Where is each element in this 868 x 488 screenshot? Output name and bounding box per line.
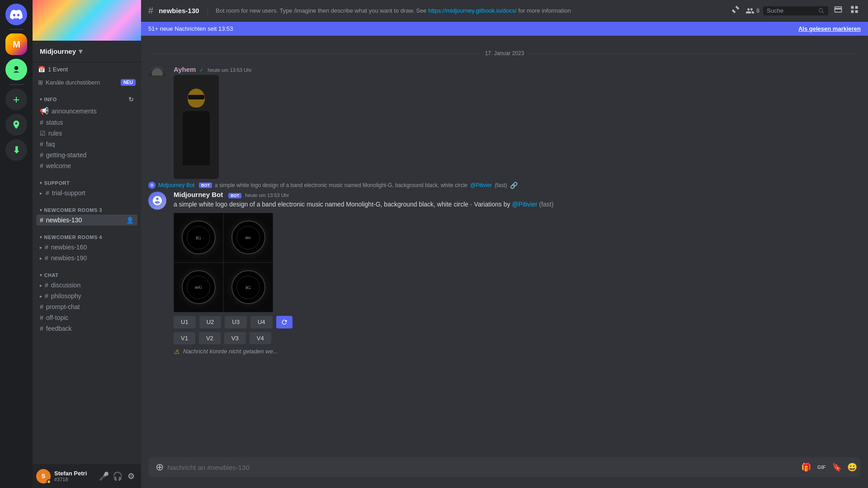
channel-newbies-130[interactable]: # newbies-130 👤 [36,215,137,225]
ayhem-name: Ayhem [174,66,196,73]
members-count: 8 [756,8,760,14]
hash-icon-discussion: # [45,282,48,289]
explore-server-icon[interactable] [5,114,27,136]
bot-badge: BOT [228,193,241,198]
bot-content: Midjourney Bot BOT heute um 13:53 Uhr a … [174,191,861,344]
add-file-btn[interactable]: ⊕ [156,461,164,473]
channel-announcements[interactable]: 📢 announcements [36,105,137,117]
server-bar: M + ⬇ [0,0,33,488]
section-label-newcomer3[interactable]: ▾ NEWCOMER ROOMS 3 [36,207,137,213]
collapse-arrow-support: ▾ [40,181,42,185]
add-server-icon[interactable]: + [5,89,27,110]
error-text: Nachricht konnte nicht geladen we... [183,348,278,355]
svg-rect-1 [851,6,854,9]
date-divider: 17. Januar 2023 [152,50,857,56]
u1-button[interactable]: U1 [174,316,196,328]
chevron-down-icon: ▾ [79,47,82,56]
bot-header: Midjourney Bot BOT heute um 13:53 Uhr [174,191,861,198]
ref-link-icon[interactable]: 🔗 [510,182,518,189]
section-label-chat[interactable]: ▾ CHAT [36,272,137,278]
hash-icon-feedback: # [40,325,43,332]
u3-button[interactable]: U3 [225,316,247,328]
green-server-icon[interactable] [5,59,27,80]
grid-cell-1: lG [174,213,223,263]
server-divider-2 [9,84,24,85]
sidebar: Midjourney ▾ 📅 1 Event ⊞ Kanäle durchstö… [33,0,141,488]
u2-button[interactable]: U2 [199,316,222,328]
channel-newbies-190[interactable]: ▸ # newbies-190 [36,253,137,263]
channel-name: newbies-130 [159,7,199,14]
hash-icon: # [40,119,43,126]
sticker-icon[interactable]: 🔖 [830,460,844,474]
section-label-newcomer4[interactable]: ▾ NEWCOMER ROOMS 4 [36,235,137,240]
ref-prompt: a simple white logo design of a band ele… [215,182,467,188]
chat-input[interactable] [167,459,796,476]
section-newcomer4: ▾ NEWCOMER ROOMS 4 ▸ # newbies-160 ▸ # n… [33,227,141,265]
add-person-icon: 👤 [126,216,134,224]
search-bar[interactable] [763,6,828,15]
pin-header-icon[interactable] [729,3,742,18]
server-item-green[interactable] [5,59,27,80]
generated-grid: lG mc [174,213,273,312]
bot-prompt-text: a simple white logo design of a band ele… [174,200,861,209]
ayhem-timestamp: heute um 13:53 Uhr [208,67,251,73]
inbox-icon[interactable] [832,3,844,18]
gift-icon[interactable]: 🎁 [799,460,813,474]
section-label-support[interactable]: ▾ SUPPORT [36,180,137,186]
channel-status[interactable]: # status [36,117,137,128]
mic-icon[interactable]: 🎤 [98,470,110,483]
section-info: ▾ INFO ↻ 📢 announcements # status ☑ rule… [33,89,141,173]
grid-cell-4: lG [223,263,273,312]
download-server-icon[interactable]: ⬇ [5,139,27,161]
server-item-midjourney[interactable]: M [5,33,27,55]
channel-philosophy[interactable]: ▸ # philosophy [36,291,137,301]
server-item-add[interactable]: + [5,89,27,110]
hash-icon-philosophy: # [45,292,48,300]
hash-icon-190: # [45,254,48,262]
docs-link[interactable]: https://midjourney.gitbook.io/docs/ [428,7,517,14]
hash-icon-prompt: # [40,303,43,310]
search-input[interactable] [767,7,816,14]
channel-discussion[interactable]: ▸ # discussion [36,280,137,291]
refresh-button[interactable] [276,316,292,328]
settings-icon[interactable]: ⚙ [125,470,137,483]
members-header[interactable]: 8 [745,6,760,15]
v3-button[interactable]: V3 [224,332,246,344]
warning-icon: ⚠ [174,348,179,355]
messages-area[interactable]: 17. Januar 2023 Ayhem ✓ heute um 13:53 U… [141,36,868,457]
chat-input-actions: 🎁 GIF 🔖 😀 [799,460,859,474]
v2-button[interactable]: V2 [199,332,221,344]
server-item-explore[interactable] [5,114,27,136]
layout-icon[interactable] [848,3,861,18]
gif-btn[interactable]: GIF [815,460,828,474]
v4-button[interactable]: V4 [250,332,271,344]
server-name[interactable]: Midjourney ▾ [40,47,82,56]
event-item[interactable]: 📅 1 Event [33,62,141,76]
ayhem-avatar [148,66,166,84]
channel-prompt-chat[interactable]: # prompt-chat [36,301,137,312]
server-item-discord-home[interactable] [5,4,27,25]
headphones-icon[interactable]: 🎧 [111,470,124,483]
server-item-download[interactable]: ⬇ [5,139,27,161]
browse-channels[interactable]: ⊞ Kanäle durchstöbern NEU [33,76,141,89]
channel-rules[interactable]: ☑ rules [36,128,137,139]
channel-getting-started[interactable]: # getting-started [36,150,137,160]
channel-off-topic[interactable]: # off-topic [36,312,137,323]
divider-line-right [529,53,857,54]
u4-button[interactable]: U4 [250,316,273,328]
channel-feedback[interactable]: # feedback [36,323,137,334]
mark-read-btn[interactable]: Als gelesen markieren [798,25,861,32]
midjourney-server-icon[interactable]: M [5,33,27,55]
discord-home-icon[interactable] [5,4,27,25]
bot-ref-avatar: ⚙ [148,182,156,189]
channel-trial-support[interactable]: ▸ # trial-support [36,188,137,198]
v1-button[interactable]: V1 [174,332,195,344]
channel-welcome[interactable]: # welcome [36,160,137,171]
main-content: # newbies-130 | Bot room for new users. … [141,0,868,488]
channel-newbies-160[interactable]: ▸ # newbies-160 [36,242,137,253]
channel-faq[interactable]: # faq [36,139,137,150]
section-label-info[interactable]: ▾ INFO ↻ [36,96,137,103]
emoji-icon[interactable]: 😀 [845,460,859,474]
section-chat: ▾ CHAT ▸ # discussion ▸ # philosophy # p… [33,265,141,336]
variation-buttons: V1 V2 V3 V4 [174,332,861,344]
